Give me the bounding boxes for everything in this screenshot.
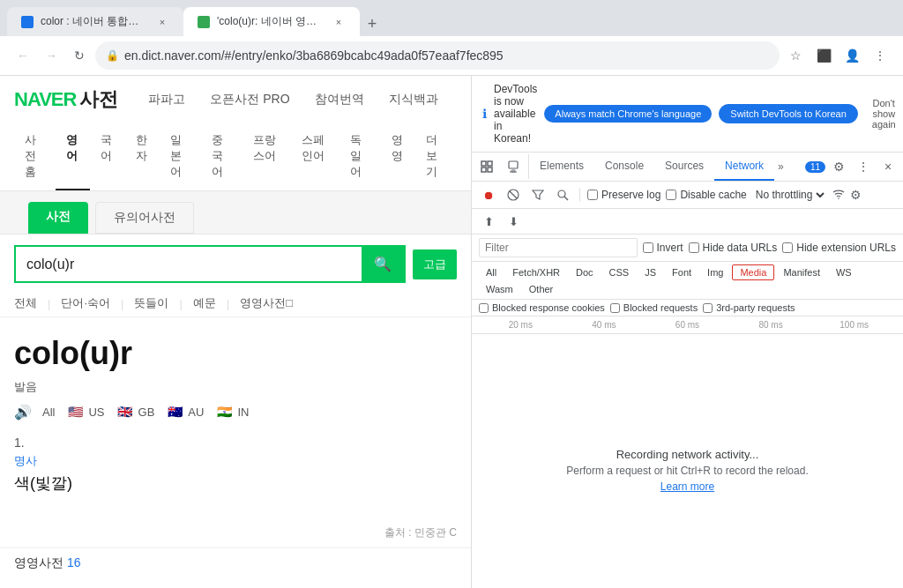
upload-icon[interactable]: ⬆ <box>479 212 498 231</box>
lang-tab-english[interactable]: 영어 <box>56 123 90 190</box>
forward-button[interactable]: → <box>39 43 63 68</box>
type-ws[interactable]: WS <box>829 265 859 279</box>
devtools-tab-more[interactable]: » <box>774 160 787 173</box>
lang-tab-japanese[interactable]: 일본어 <box>160 123 201 190</box>
search-input[interactable] <box>16 248 362 281</box>
tab-title-color: color : 네이버 통합검색 <box>41 14 148 29</box>
type-media[interactable]: Media <box>732 264 774 280</box>
filter-word[interactable]: 단어·숙어 <box>61 295 110 311</box>
back-button[interactable]: ← <box>11 43 35 68</box>
network-settings-button[interactable]: ⚙ <box>850 188 862 202</box>
tab-dict[interactable]: 'colo(u)r: 네이버 영어사전 × <box>183 7 360 36</box>
dict-tab-synonym[interactable]: 유의어사전 <box>95 202 194 234</box>
blocked-requests-checkbox[interactable]: Blocked requests <box>610 302 698 313</box>
throttling-select[interactable]: No throttling <box>752 188 827 202</box>
sound-icon[interactable]: 🔊 <box>14 404 32 421</box>
filter-all[interactable]: 전체 <box>14 295 37 311</box>
flag-us[interactable]: 🇺🇸 US <box>65 402 104 421</box>
filter-meaning[interactable]: 뜻들이 <box>134 295 168 311</box>
switch-devtools-button[interactable]: Switch DevTools to Korean <box>719 104 857 123</box>
ruler-mark-1: 40 ms <box>563 320 646 330</box>
type-fetch-xhr[interactable]: Fetch/XHR <box>505 265 567 279</box>
naver-logo[interactable]: NAVER 사전 <box>14 86 118 113</box>
tab-color[interactable]: color : 네이버 통합검색 × <box>7 7 183 36</box>
devtools-tab-network[interactable]: Network <box>714 153 774 181</box>
nav-papago[interactable]: 파파고 <box>136 83 198 116</box>
learn-more-link[interactable]: Learn more <box>660 480 714 493</box>
extensions-button[interactable]: ⬛ <box>811 43 836 68</box>
reload-button[interactable]: ↻ <box>67 43 92 68</box>
lang-tab-english-english[interactable]: 영영 <box>381 123 415 190</box>
tab-close-color[interactable]: × <box>155 15 169 29</box>
type-manifest[interactable]: Manifest <box>776 265 827 279</box>
filter-toggle-button[interactable] <box>528 185 548 205</box>
devtools-settings-button[interactable]: ⚙ <box>827 154 850 179</box>
devtools-panel-close-button[interactable]: × <box>877 154 899 179</box>
devtools-tab-console[interactable]: Console <box>594 153 654 181</box>
hide-data-urls-checkbox[interactable]: Hide data URLs <box>689 242 778 254</box>
address-bar[interactable]: 🔒 en.dict.naver.com/#/entry/enko/3ba6869… <box>95 41 780 70</box>
blocked-response-cookies-checkbox[interactable]: Blocked response cookies <box>479 302 605 313</box>
profile-button[interactable]: 👤 <box>840 43 864 68</box>
lang-tab-spanish[interactable]: 스페인어 <box>291 123 340 190</box>
search-button[interactable] <box>553 185 572 205</box>
lang-tab-german[interactable]: 독일어 <box>340 123 381 190</box>
third-party-input[interactable] <box>703 303 713 313</box>
type-img[interactable]: Img <box>700 265 730 279</box>
devtools-tab-sources[interactable]: Sources <box>654 153 714 181</box>
record-button[interactable]: ⏺ <box>479 185 498 205</box>
clear-button[interactable] <box>504 185 523 205</box>
tab-close-dict[interactable]: × <box>332 15 346 29</box>
flag-all[interactable]: All <box>42 406 55 419</box>
dont-show-again-button[interactable]: Don't show again <box>865 94 903 133</box>
hide-data-urls-input[interactable] <box>689 242 699 253</box>
lang-tab-home[interactable]: 사전홈 <box>14 123 56 190</box>
menu-button[interactable]: ⋮ <box>868 43 892 68</box>
lang-tab-korean[interactable]: 국어 <box>90 123 124 190</box>
type-js[interactable]: JS <box>638 265 663 279</box>
disable-cache-input[interactable] <box>666 190 676 200</box>
toolbar-sep-1 <box>579 188 580 202</box>
devtools-device-button[interactable] <box>502 154 525 179</box>
lang-tab-hanja[interactable]: 한자 <box>125 123 160 190</box>
hide-extension-urls-input[interactable] <box>782 242 793 253</box>
type-css[interactable]: CSS <box>602 265 637 279</box>
devtools-more-button[interactable]: ⋮ <box>852 154 875 179</box>
flag-au[interactable]: 🇦🇺 AU <box>165 402 204 421</box>
new-tab-button[interactable]: + <box>360 11 384 36</box>
search-button[interactable]: 🔍 <box>362 247 404 281</box>
download-icon[interactable]: ⬇ <box>504 212 523 231</box>
hide-extension-urls-checkbox[interactable]: Hide extension URLs <box>782 242 896 254</box>
preserve-log-checkbox[interactable]: Preserve log <box>587 189 660 201</box>
preserve-log-input[interactable] <box>587 190 598 200</box>
devtools-inspect-button[interactable] <box>475 154 498 179</box>
type-font[interactable]: Font <box>665 265 698 279</box>
lang-tab-french[interactable]: 프랑스어 <box>243 123 291 190</box>
nav-knowledge[interactable]: 지식백과 <box>377 83 451 116</box>
invert-checkbox[interactable]: Invert <box>643 242 683 254</box>
type-wasm[interactable]: Wasm <box>479 282 520 296</box>
advanced-button[interactable]: 고급 <box>413 249 457 279</box>
third-party-requests-checkbox[interactable]: 3rd-party requests <box>703 302 795 313</box>
always-match-button[interactable]: Always match Chrome's language <box>544 105 712 123</box>
filter-input[interactable] <box>479 238 638 257</box>
type-doc[interactable]: Doc <box>569 265 601 279</box>
blocked-cookies-input[interactable] <box>479 303 489 313</box>
lang-tab-more[interactable]: 더보기 <box>415 123 457 190</box>
type-all[interactable]: All <box>479 265 504 279</box>
devtools-tab-elements[interactable]: Elements <box>529 153 594 181</box>
disable-cache-checkbox[interactable]: Disable cache <box>666 189 746 201</box>
invert-label: Invert <box>657 242 683 254</box>
nav-contribution[interactable]: 참여번역 <box>302 83 377 116</box>
bookmark-button[interactable]: ☆ <box>783 43 808 68</box>
blocked-requests-input[interactable] <box>610 303 620 313</box>
lang-tab-chinese[interactable]: 중국어 <box>201 123 243 190</box>
dict-tab-dictionary[interactable]: 사전 <box>28 202 88 234</box>
flag-gb[interactable]: 🇬🇧 GB <box>116 402 155 421</box>
invert-input[interactable] <box>643 242 653 253</box>
type-other[interactable]: Other <box>522 282 561 296</box>
nav-opensajon[interactable]: 오픈사전 PRO <box>198 83 302 116</box>
flag-in[interactable]: 🇮🇳 IN <box>214 402 249 421</box>
filter-example[interactable]: 예문 <box>193 295 216 311</box>
filter-english-dict[interactable]: 영영사전□ <box>240 295 293 311</box>
